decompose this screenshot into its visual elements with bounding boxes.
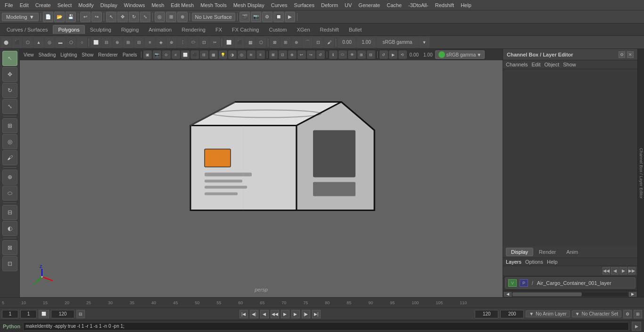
tab-display[interactable]: Display [506,248,533,256]
menu-edit[interactable]: Edit [17,1,32,9]
vp-next-btn[interactable]: ▶ [389,50,397,59]
vp-x-ray-btn[interactable]: ⊕ [288,50,297,59]
sub-tab-layers[interactable]: Layers [506,259,521,265]
vp-iso-btn[interactable]: ⊡ [279,50,287,59]
symmetry-btn[interactable]: ⊞ [166,12,176,22]
move-btn[interactable]: ✥ [117,12,128,22]
current-frame-input[interactable] [2,310,18,318]
vp-reset-btn[interactable]: ↺ [316,50,325,59]
paint-btn[interactable]: 🖌 [324,37,334,48]
layer-arrow-1[interactable]: ◀◀ [603,267,610,275]
channel-box-btn[interactable]: ⬜ [39,310,49,318]
timeline[interactable]: 5 10 15 20 25 30 35 40 45 50 55 60 65 70… [0,297,644,308]
render-seq-btn[interactable]: ▶ [285,12,295,22]
vp-subdiv-btn[interactable]: ⊞ [357,50,366,59]
tab-bullet[interactable]: Bullet [344,25,367,34]
vp-back-btn[interactable]: ↩ [297,50,306,59]
edge-tool-btn[interactable]: ⊟ [101,37,112,48]
layer-arrow-4[interactable]: ▶▶ [628,267,636,275]
vp-menu-renderer[interactable]: Renderer [96,52,120,58]
wireframe-btn[interactable]: ⬜ [223,37,234,48]
go-end-btn[interactable]: ▶| [312,310,321,318]
tab-fx-caching[interactable]: FX Caching [227,25,264,34]
multi-tool-btn[interactable]: ⊞ [123,37,133,48]
tab-render[interactable]: Render [534,248,561,256]
layer-arrow-2[interactable]: ◀ [611,267,619,275]
layer-v-btn[interactable]: V [508,279,517,287]
menu-mesh[interactable]: Mesh [149,1,167,9]
open-file-btn[interactable]: 📂 [54,12,65,22]
undo-btn[interactable]: ↩ [80,12,91,22]
bridge-btn[interactable]: ≡ [145,37,155,48]
step-back-btn[interactable]: ◀ [260,310,269,318]
texture-btn[interactable]: ▦ [245,37,256,48]
new-file-btn[interactable]: 📄 [43,12,53,22]
anim-layer-dropdown[interactable]: ▼ No Anim Layer [526,310,570,317]
tab-polygons[interactable]: Polygons [53,25,84,34]
sub-tab-help[interactable]: Help [547,259,558,265]
menu-redshift[interactable]: Redshift [432,1,457,9]
sphere-icon-btn[interactable]: ⬤ [1,37,11,48]
panel-close-btn[interactable]: ✕ [627,51,634,58]
vp-motion-btn[interactable]: ≋ [247,50,256,59]
next-key-btn[interactable]: |▶ [302,310,310,318]
connect-btn[interactable]: ⋮ [177,37,188,48]
tab-xgen[interactable]: XGen [292,25,314,34]
scale-btn[interactable]: ⤡ [140,12,150,22]
cut-btn[interactable]: ✂ [210,37,220,48]
render-btn[interactable]: 🎬 [239,12,250,22]
select-tool-btn[interactable]: ↖ [2,51,17,66]
workspace-dropdown[interactable]: Modeling ▼ [2,13,39,21]
channel-menu-object[interactable]: Object [544,62,559,67]
menu-select[interactable]: Select [55,1,75,9]
camera-fit-btn[interactable]: ⊠ [270,37,280,48]
quick-rig-btn[interactable]: ⊡ [2,256,17,271]
face-tool-btn[interactable]: ⬜ [91,37,101,48]
transform-tool-btn[interactable]: ⊞ [2,118,17,133]
menu-display[interactable]: Display [98,1,120,9]
play-back-btn[interactable]: ◀◀ [271,310,279,318]
menu-file[interactable]: File [2,1,16,9]
tab-sculpting[interactable]: Sculpting [85,25,116,34]
channel-menu-edit[interactable]: Edit [531,62,540,67]
move-tool-btn[interactable]: ✥ [2,67,17,82]
vp-refresh-btn[interactable]: ↺ [380,50,388,59]
channel-menu-channels[interactable]: Channels [506,62,528,67]
color-space-selector[interactable]: sRGB gamma ▼ [435,50,485,59]
vp-shadow-btn[interactable]: ◑ [228,50,237,59]
rotate-tool-btn[interactable]: ↻ [2,83,17,98]
ipr-btn[interactable]: 📷 [251,12,261,22]
menu-cache[interactable]: Cache [384,1,405,9]
vp-gate-btn[interactable]: ⬭ [339,50,347,59]
layer-arrow-3[interactable]: ▶ [619,267,627,275]
menu-windows[interactable]: Windows [121,1,148,9]
key-toggle-btn[interactable]: ⊞ [634,310,642,318]
vp-depth-btn[interactable]: ≡ [256,50,265,59]
vp-texture-btn[interactable]: ▦ [209,50,218,59]
menu-curves[interactable]: Curves [268,1,290,9]
vp-loop-btn[interactable]: ⟲ [398,50,407,59]
vp-menu-view[interactable]: View [22,52,36,58]
vp-hud-btn[interactable]: ℹ [329,50,338,59]
vp-subdiv2-btn[interactable]: ⊟ [367,50,375,59]
vp-light-btn[interactable]: 💡 [219,50,227,59]
menu-create[interactable]: Create [33,1,54,9]
range-end-input[interactable] [475,310,498,318]
set-range-btn[interactable]: ⊟ [76,310,85,318]
scroll-left-btn[interactable]: ◀ [504,292,512,297]
vp-forward-btn[interactable]: ↪ [307,50,315,59]
tab-redshift[interactable]: Redshift [315,25,344,34]
start-frame-input[interactable] [20,310,37,318]
vp-display-sel-btn[interactable]: ⊠ [269,50,278,59]
vp-menu-show[interactable]: Show [80,52,95,58]
sub-tab-options[interactable]: Options [525,259,543,265]
cone-icon-btn[interactable]: ▲ [33,37,44,48]
end-range-input[interactable] [51,310,74,318]
menu-generate[interactable]: Generate [355,1,383,9]
torus-icon-btn[interactable]: ◎ [44,37,55,48]
menu-deform[interactable]: Deform [318,1,341,9]
save-file-btn[interactable]: 💾 [66,12,76,22]
vp-smooth-btn[interactable]: ⬛ [190,50,199,59]
paint-attr-tool-btn[interactable]: 🖌 [2,150,17,165]
uvmap-btn[interactable]: ⬡ [256,37,266,48]
